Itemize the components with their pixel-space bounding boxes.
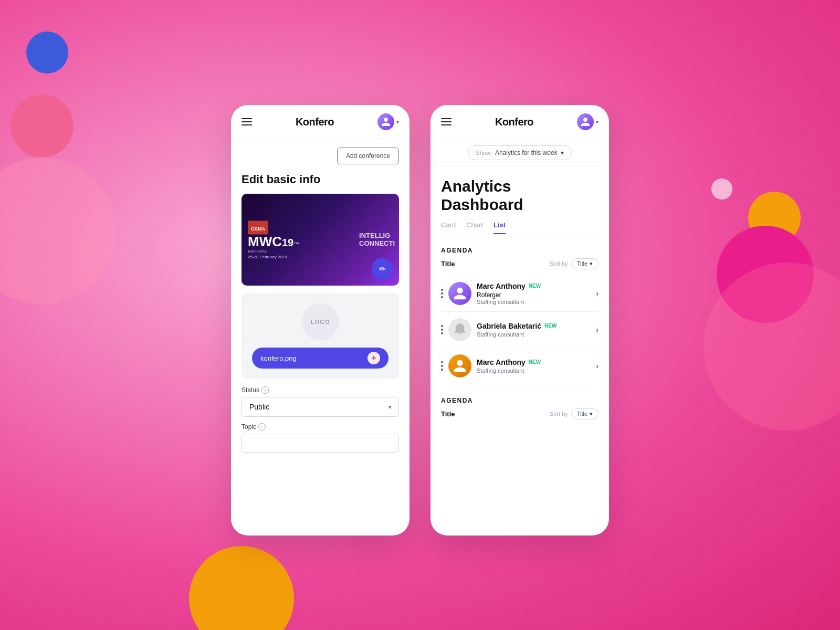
item-name-2: Gabriela Baketarić — [477, 322, 541, 330]
mwc-year: 19 — [282, 236, 293, 248]
item-chevron-1[interactable]: › — [596, 289, 598, 298]
status-field: Status i Public Private Draft — [242, 386, 399, 417]
topic-info-icon: i — [258, 423, 266, 430]
item-avatar-1 — [448, 282, 471, 305]
topic-input[interactable] — [242, 434, 399, 453]
agenda-title-row-2: Title Sort by Title ▾ — [441, 408, 598, 419]
item-info-3: Marc Anthony NEW Staffing consultant — [477, 358, 591, 374]
agenda-section-2: AGENDA Title Sort by Title ▾ — [430, 388, 609, 419]
sort-by-row-1: Sort by Title ▾ — [550, 258, 598, 269]
status-label: Status i — [242, 386, 399, 394]
avatar-male-3 — [448, 354, 471, 377]
item-info-1: Marc Anthony NEW Roferger Staffing consu… — [477, 282, 591, 305]
item-name-row-1: Marc Anthony NEW — [477, 282, 591, 290]
mwc-superscript: ™ — [293, 240, 299, 247]
item-avatar-3 — [448, 354, 471, 377]
intel-line2: CONNECTI — [359, 240, 395, 247]
app-logo-left: Konfero — [296, 116, 334, 128]
logo-upload-section: LOGO konfero.png + — [242, 293, 399, 379]
mwc-dates: 25-28 February 2019 — [248, 254, 299, 259]
sort-pill-1[interactable]: Title ▾ — [571, 258, 598, 269]
tab-chart[interactable]: Chart — [466, 221, 483, 234]
agenda-title-row-1: Title Sort by Title ▾ — [441, 258, 598, 269]
dashboard-header: Analytics Dashboard Card Chart List — [430, 167, 609, 238]
agenda-item-3: Marc Anthony NEW Staffing consultant › — [441, 348, 598, 384]
sort-by-label-1: Sort by — [550, 260, 568, 267]
dashboard-title: Analytics Dashboard — [441, 177, 598, 214]
phones-container: Konfero ▾ Add conference Edit basic info — [231, 105, 609, 536]
item-subtitle-1: Roferger — [477, 291, 591, 299]
edit-fab-button[interactable]: ✏ — [372, 258, 393, 279]
show-filter: Show: Analytics for this week ▾ — [430, 139, 609, 167]
left-phone-content: Add conference Edit basic info GSMA MWC … — [231, 139, 410, 467]
hamburger-menu-right[interactable] — [441, 118, 452, 125]
file-add-button[interactable]: + — [368, 352, 380, 364]
item-info-2: Gabriela Baketarić NEW Staffing consulta… — [477, 322, 591, 338]
topic-field: Topic i — [242, 423, 399, 453]
item-dots-1[interactable] — [441, 289, 443, 298]
add-conference-button[interactable]: Add conference — [337, 148, 399, 164]
status-select[interactable]: Public Private Draft — [242, 397, 399, 417]
mwc-text: GSMA — [251, 226, 265, 231]
deco-pink-bg-circle — [0, 158, 116, 304]
section-title: Edit basic info — [242, 173, 399, 186]
agenda-label-2: AGENDA — [441, 397, 598, 404]
user-avatar-right[interactable]: ▾ — [577, 113, 598, 130]
mwc-city: Barcelona — [248, 248, 299, 253]
deco-white-right-circle — [711, 178, 732, 200]
intel-line1: INTELLIG — [359, 232, 395, 239]
avatar-ghost-2 — [448, 318, 471, 341]
sort-by-label-2: Sort by — [550, 411, 568, 417]
item-name-row-3: Marc Anthony NEW — [477, 358, 591, 366]
new-badge-1: NEW — [529, 283, 541, 289]
item-dots-2[interactable] — [441, 325, 443, 334]
tab-list[interactable]: List — [494, 221, 506, 234]
show-label: Show: — [476, 150, 492, 156]
item-avatar-2 — [448, 318, 471, 341]
agenda-section-1: AGENDA Title Sort by Title ▾ — [430, 238, 609, 384]
item-name-row-2: Gabriela Baketarić NEW — [477, 322, 591, 330]
mwc-brand-box: GSMA — [248, 220, 268, 234]
deco-orange-bottom-circle — [189, 546, 294, 630]
deco-pink-circle — [10, 94, 74, 158]
item-dots-3[interactable] — [441, 361, 443, 371]
tab-card[interactable]: Card — [441, 221, 456, 234]
item-role-3: Staffing consultant — [477, 368, 591, 374]
filter-pill[interactable]: Show: Analytics for this week ▾ — [468, 145, 571, 160]
avatar-female-1 — [448, 282, 471, 305]
file-input-row: konfero.png + — [252, 348, 388, 369]
topic-label: Topic i — [242, 423, 399, 430]
right-phone: Konfero ▾ Show: Analytics for this week … — [430, 105, 609, 536]
item-role-2: Staffing consultant — [477, 331, 591, 338]
agenda-item-2: Gabriela Baketarić NEW Staffing consulta… — [441, 312, 598, 348]
item-chevron-2[interactable]: › — [596, 326, 598, 334]
new-badge-3: NEW — [529, 359, 541, 365]
item-name-1: Marc Anthony — [477, 282, 526, 290]
left-phone-header: Konfero ▾ — [231, 105, 410, 139]
mwc-logo: GSMA MWC 19 ™ Barcelona 25-28 February 2… — [248, 220, 299, 259]
hamburger-menu[interactable] — [242, 118, 252, 125]
mwc-brand: MWC — [248, 235, 282, 247]
agenda-col-title-2: Title — [441, 410, 455, 418]
avatar-image-left — [377, 113, 394, 130]
filter-value: Analytics for this week — [495, 149, 558, 156]
user-avatar-left[interactable]: ▾ — [377, 113, 399, 130]
conference-banner: GSMA MWC 19 ™ Barcelona 25-28 February 2… — [242, 194, 399, 286]
item-role-1: Staffing consultant — [477, 299, 591, 305]
new-badge-2: NEW — [544, 323, 556, 329]
sort-chevron-2: ▾ — [590, 411, 593, 417]
chevron-down-icon-right: ▾ — [596, 119, 598, 125]
logo-placeholder: LOGO — [302, 303, 339, 340]
right-phone-header: Konfero ▾ — [430, 105, 609, 139]
app-logo-right: Konfero — [495, 116, 533, 128]
tabs-row: Card Chart List — [441, 221, 598, 234]
sort-pill-2[interactable]: Title ▾ — [571, 408, 598, 419]
agenda-item-1: Marc Anthony NEW Roferger Staffing consu… — [441, 276, 598, 312]
item-chevron-3[interactable]: › — [596, 362, 598, 370]
item-name-3: Marc Anthony — [477, 358, 526, 366]
status-select-wrapper: Public Private Draft — [242, 397, 399, 417]
sort-chevron: ▾ — [590, 260, 593, 267]
avatar-image-right — [577, 113, 594, 130]
file-name: konfero.png — [260, 354, 297, 362]
left-phone: Konfero ▾ Add conference Edit basic info — [231, 105, 410, 536]
